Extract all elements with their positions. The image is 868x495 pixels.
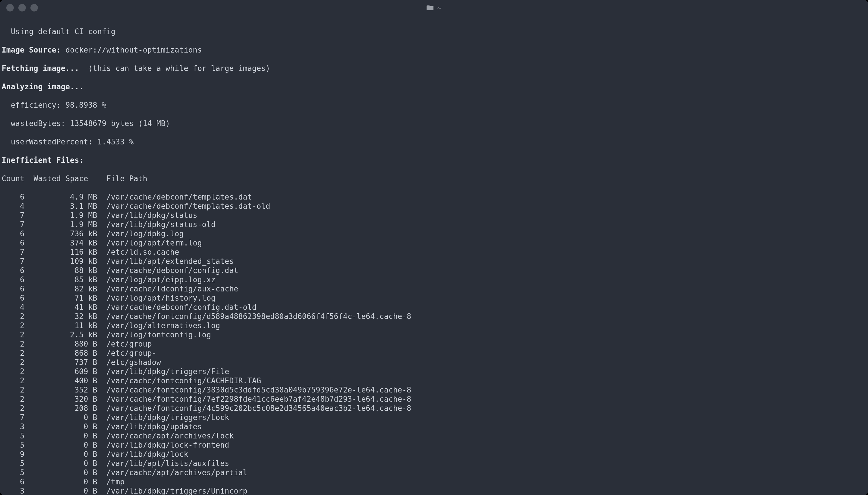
table-row: 9 0 B /var/lib/dpkg/lock	[2, 450, 866, 459]
table-row: 2 32 kB /var/cache/fontconfig/d589a48862…	[2, 312, 866, 321]
table-row: 2 737 B /etc/gshadow	[2, 358, 866, 367]
titlebar: ~	[0, 0, 868, 16]
line: Using default CI config	[2, 27, 866, 36]
table-header: Count Wasted Space File Path	[2, 174, 866, 183]
line: wastedBytes: 13548679 bytes (14 MB)	[2, 119, 866, 128]
window-title-text: ~	[437, 3, 441, 12]
table-row: 5 0 B /var/lib/apt/lists/auxfiles	[2, 459, 866, 468]
table-row: 4 3.1 MB /var/cache/debconf/templates.da…	[2, 202, 866, 211]
table-row: 7 0 B /var/lib/dpkg/triggers/Lock	[2, 413, 866, 422]
table-row: 5 0 B /var/cache/apt/archives/lock	[2, 431, 866, 441]
table-row: 2 880 B /etc/group	[2, 339, 866, 348]
table-row: 6 88 kB /var/cache/debconf/config.dat	[2, 266, 866, 275]
table-body: 6 4.9 MB /var/cache/debconf/templates.da…	[2, 192, 866, 495]
close-icon[interactable]	[6, 4, 14, 12]
table-row: 2 208 B /var/cache/fontconfig/4c599c202b…	[2, 404, 866, 413]
line: Image Source: docker://without-optimizat…	[2, 45, 866, 54]
table-row: 3 0 B /var/lib/dpkg/updates	[2, 422, 866, 431]
table-row: 2 868 B /etc/group-	[2, 348, 866, 358]
table-row: 6 374 kB /var/log/apt/term.log	[2, 238, 866, 248]
table-row: 5 0 B /var/cache/apt/archives/partial	[2, 468, 866, 477]
table-row: 7 116 kB /etc/ld.so.cache	[2, 248, 866, 257]
folder-icon	[427, 5, 434, 11]
table-row: 6 0 B /tmp	[2, 477, 866, 487]
table-row: 6 4.9 MB /var/cache/debconf/templates.da…	[2, 192, 866, 202]
line: Analyzing image...	[2, 82, 866, 91]
table-row: 2 320 B /var/cache/fontconfig/7ef2298fde…	[2, 394, 866, 404]
table-row: 7 1.9 MB /var/lib/dpkg/status-old	[2, 220, 866, 229]
line: userWastedPercent: 1.4533 %	[2, 137, 866, 147]
table-row: 2 400 B /var/cache/fontconfig/CACHEDIR.T…	[2, 376, 866, 385]
window-controls	[0, 4, 38, 12]
table-row: 5 0 B /var/lib/dpkg/lock-frontend	[2, 441, 866, 450]
zoom-icon[interactable]	[31, 4, 38, 12]
line: efficiency: 98.8938 %	[2, 101, 866, 110]
minimize-icon[interactable]	[18, 4, 26, 12]
table-row: 4 41 kB /var/cache/debconf/config.dat-ol…	[2, 303, 866, 312]
table-row: 2 2.5 kB /var/log/fontconfig.log	[2, 330, 866, 339]
table-row: 7 1.9 MB /var/lib/dpkg/status	[2, 211, 866, 220]
line: Inefficient Files:	[2, 156, 866, 165]
table-row: 7 109 kB /var/lib/apt/extended_states	[2, 257, 866, 266]
table-row: 3 0 B /var/lib/dpkg/triggers/Unincorp	[2, 487, 866, 495]
window-title: ~	[427, 3, 441, 12]
table-row: 6 736 kB /var/log/dpkg.log	[2, 229, 866, 238]
terminal-window: ~ Using default CI config Image Source: …	[0, 0, 868, 495]
terminal-output[interactable]: Using default CI config Image Source: do…	[0, 16, 868, 495]
table-row: 2 352 B /var/cache/fontconfig/3830d5c3dd…	[2, 385, 866, 394]
table-row: 6 71 kB /var/log/apt/history.log	[2, 293, 866, 303]
table-row: 2 11 kB /var/log/alternatives.log	[2, 321, 866, 330]
table-row: 6 85 kB /var/log/apt/eipp.log.xz	[2, 275, 866, 284]
table-row: 6 82 kB /var/cache/ldconfig/aux-cache	[2, 284, 866, 293]
line: Fetching image... (this can take a while…	[2, 64, 866, 73]
table-row: 2 609 B /var/lib/dpkg/triggers/File	[2, 367, 866, 376]
